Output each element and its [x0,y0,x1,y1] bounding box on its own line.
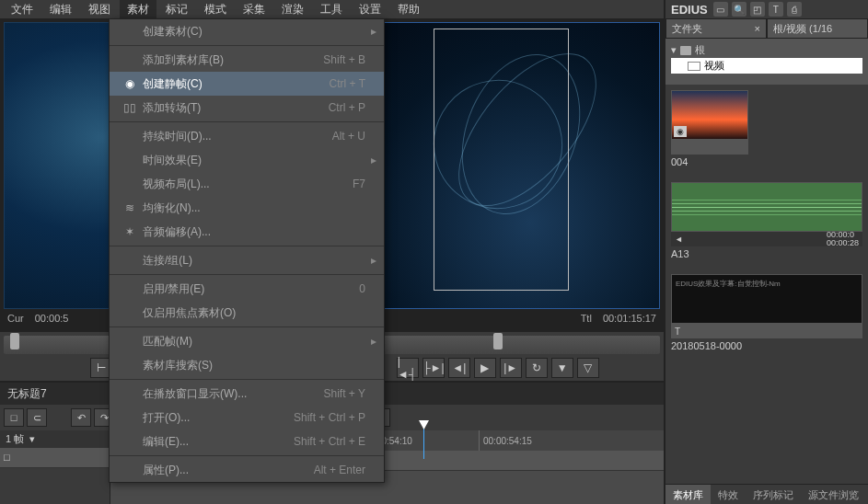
menu-item[interactable]: 在播放窗口显示(W)...Shift + Y [110,382,384,406]
rp-folder-icon[interactable]: ▭ [713,2,728,17]
tl-undo[interactable]: ↶ [71,408,91,427]
tl-magnet[interactable]: ⊂ [27,408,47,427]
title-icon: T [675,326,680,337]
menu-item-shortcut: Alt + Enter [314,464,376,476]
folder-icon [680,46,691,55]
menu-item-label: 持续时间(D)... [143,129,332,144]
menu-item[interactable]: 属性(P)...Alt + Enter [110,458,384,482]
ttl-timecode: 00:01:15:17 [603,313,656,324]
folder-panel-label: 文件夹 [672,22,702,36]
menu-item-label: 添加到素材库(B) [143,52,323,68]
tab-effects[interactable]: 特效 [711,485,746,504]
rp-view-icon[interactable]: ◰ [750,2,765,17]
tree-child-label: 视频 [704,59,724,73]
menu-item-label: 仅启用焦点素材(O) [143,305,365,321]
menu-item[interactable]: ✶音频偏移(A)... [110,220,384,244]
menu-item-label: 创建静帧(C) [143,76,330,92]
menu-item[interactable]: 打开(O)...Shift + Ctrl + P [110,406,384,430]
play-program-button[interactable]: ▶ [474,358,496,378]
menu-help[interactable]: 帮助 [390,0,427,19]
frame-step-label: 1 帧 [6,432,24,446]
menu-item-shortcut: Shift + Ctrl + P [294,411,376,424]
menu-marker[interactable]: 标记 [158,0,195,19]
transition-icon: ▯▯ [117,101,143,114]
menu-separator [110,379,384,380]
loop-button[interactable]: ↻ [526,358,548,378]
bin-panel-tab[interactable]: 根/视频 (1/16 [767,18,868,39]
rp-settings-icon[interactable]: ⎙ [787,2,802,17]
cur-label: Cur [7,313,24,324]
camera-icon: ◉ [117,77,143,90]
menu-item-shortcut: 0 [359,282,376,295]
goto-in-button[interactable]: |◄┤ [397,358,419,378]
menu-item-shortcut: F7 [353,178,376,190]
next-edit-button[interactable]: |► [500,358,522,378]
menu-separator [110,45,384,46]
goto-out-button[interactable]: ├►| [422,358,445,378]
tab-markers[interactable]: 序列标记 [746,485,801,504]
menu-mode[interactable]: 模式 [197,0,234,19]
menu-edit[interactable]: 编辑 [42,0,79,19]
menu-item[interactable]: ≋均衡化(N)... [110,196,384,220]
menu-item-shortcut: Ctrl + T [330,77,376,90]
menu-item-label: 属性(P)... [143,463,314,478]
menu-item-label: 创建素材(C) [143,24,360,40]
clip-thumb[interactable]: EDIUS效果及字幕:自觉控制-Nm T 20180518-0000 [671,274,862,353]
tab-bin[interactable]: 素材库 [665,485,711,504]
track-header[interactable]: □ [0,448,110,468]
menu-item-label: 时间效果(E) [143,153,360,168]
tree-root-row[interactable]: ▾ 根 [671,42,862,58]
menu-item[interactable]: 素材库搜索(S) [110,353,384,377]
insert-button[interactable]: ▼ [551,358,573,378]
tl-new[interactable]: □ [4,408,24,427]
clip-thumb[interactable]: ◄ 00:00:0 00:00:28 A13 [671,182,862,261]
menu-separator [110,455,384,456]
overwrite-button[interactable]: ▽ [577,358,599,378]
menu-item-label: 打开(O)... [143,410,294,426]
menu-view[interactable]: 视图 [81,0,118,19]
menu-item[interactable]: 编辑(E)...Shift + Ctrl + E [110,430,384,453]
menu-item-label: 素材库搜索(S) [143,358,365,373]
clip-tc: 00:00:0 00:00:28 [827,231,859,247]
menu-item[interactable]: 创建素材(C)▸ [110,19,384,43]
prev-edit-button[interactable]: ◄| [448,358,470,378]
clip-thumb[interactable]: ◉ 004 [671,90,748,169]
title-preview-text: EDIUS效果及字幕:自觉控制-Nm [676,279,781,289]
ttl-label: Ttl [581,313,592,324]
speaker-icon: ◄ [675,235,683,244]
rp-search-icon[interactable]: 🔍 [732,2,746,17]
menu-item-shortcut: Shift + Y [324,387,376,400]
folder-panel-tab[interactable]: 文件夹 × [665,18,767,39]
menu-item[interactable]: ◉创建静帧(C)Ctrl + T [110,72,384,96]
menu-clip[interactable]: 素材 [120,0,156,19]
menu-item-shortcut: Ctrl + P [329,101,376,114]
program-scrubber[interactable] [340,336,661,354]
menu-item[interactable]: ▯▯添加转场(T)Ctrl + P [110,96,384,120]
submenu-arrow-icon: ▸ [371,154,376,166]
menu-item-label: 在播放窗口显示(W)... [143,386,324,402]
menu-item[interactable]: 时间效果(E)▸ [110,148,384,172]
menu-capture[interactable]: 采集 [236,0,272,19]
frame-step-dropdown-icon[interactable]: ▾ [29,433,35,445]
menu-item[interactable]: 持续时间(D)...Alt + U [110,124,384,148]
menu-item[interactable]: 视频布局(L)...F7 [110,172,384,196]
clip-name: 004 [671,155,748,169]
menu-item[interactable]: 匹配帧(M)▸ [110,329,384,353]
menu-item[interactable]: 连接/组(L)▸ [110,248,384,272]
menu-render[interactable]: 渲染 [274,0,311,19]
rp-title-icon[interactable]: T [769,2,783,17]
clip-name: 20180518-0000 [671,338,862,353]
tree-child-row[interactable]: 视频 [671,58,862,74]
menu-item[interactable]: 启用/禁用(E)0 [110,277,384,301]
menu-file[interactable]: 文件 [4,0,41,19]
folder-tree: ▾ 根 视频 [665,39,868,85]
menu-item[interactable]: 添加到素材库(B)Shift + B [110,48,384,72]
tab-source-browser[interactable]: 源文件浏览 [801,485,866,504]
menu-tools[interactable]: 工具 [313,0,350,19]
menu-item[interactable]: 仅启用焦点素材(O) [110,301,384,325]
menu-item-label: 音频偏移(A)... [143,224,365,240]
submenu-arrow-icon: ▸ [371,25,376,38]
clip-name: A13 [671,246,862,261]
menu-settings[interactable]: 设置 [352,0,388,19]
folder-panel-close[interactable]: × [755,23,760,34]
